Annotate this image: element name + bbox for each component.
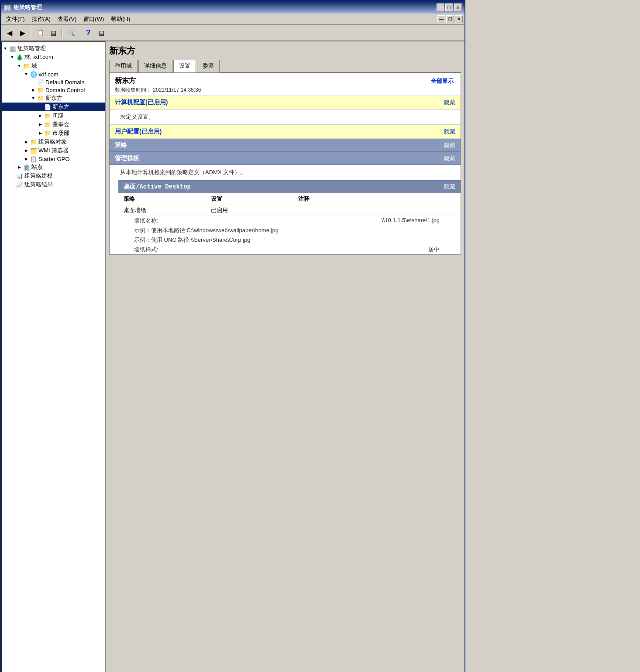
computer-config-hide[interactable]: 隐藏 xyxy=(444,99,455,106)
tree-item-starter-gpo[interactable]: ▶ 📋 Starter GPO xyxy=(2,155,105,163)
content-header: 新东方 数据收集时间： 2021/11/17 14:38:36 全部显示 xyxy=(110,73,461,96)
tree-label-wmi: WMI 筛选器 xyxy=(38,147,69,154)
tree-item-board[interactable]: ▶ 📁 董事会 xyxy=(2,120,105,129)
forward-button[interactable]: ▶ xyxy=(17,27,29,39)
menu-close-btn[interactable]: ✕ xyxy=(455,15,463,23)
tree-item-xdf[interactable]: ▼ 🌐 xdf.com xyxy=(2,70,105,78)
admin-templates-hide[interactable]: 隐藏 xyxy=(444,154,455,162)
expander-forest[interactable]: ▼ xyxy=(9,55,16,59)
user-config-hide[interactable]: 隐藏 xyxy=(444,128,455,136)
policy-detail-example-unc: 示例：使用 UNC 路径:\\Server\Share\Corp.jpg xyxy=(118,235,461,245)
tab-scope[interactable]: 作用域 xyxy=(109,60,138,72)
gpo-icon-default: 📄 xyxy=(37,79,45,86)
tree-item-market[interactable]: ▶ 📁 市场部 xyxy=(2,129,105,137)
policy-subsection-header: 策略 隐藏 xyxy=(110,139,461,152)
toolbar: ◀ ▶ 📋 ▦ 🔍 ? ▤ xyxy=(1,25,465,41)
menu-window[interactable]: 窗口(W) xyxy=(80,14,107,24)
tree-item-domain-control[interactable]: ▶ 📁 Domain Control xyxy=(2,86,105,94)
expander-xdf-folder[interactable]: ▼ xyxy=(30,96,37,100)
folder-button[interactable]: 📋 xyxy=(34,27,46,39)
modeling-icon: 📊 xyxy=(16,172,24,179)
window-title: 组策略管理 xyxy=(14,3,42,11)
tree-item-wmi[interactable]: ▶ 🗂️ WMI 筛选器 xyxy=(2,146,105,155)
expander-board[interactable]: ▶ xyxy=(37,122,44,127)
detail-label-3: 示例：使用 UNC 路径:\\Server\Share\Corp.jpg xyxy=(134,237,251,243)
table-row-detail-1: 墙纸名称: \\10.1.1.5\e\share\1.jpg xyxy=(118,216,461,226)
tree-item-xdf-folder[interactable]: ▼ 📁 新东方 xyxy=(2,94,105,103)
folder-gpo-icon-xdf: 📁 xyxy=(37,95,45,102)
tree-label-sites: 站点 xyxy=(31,163,43,171)
expander-gpo-objects[interactable]: ▶ xyxy=(23,140,30,144)
tab-detail[interactable]: 详细信息 xyxy=(138,60,172,72)
forest-icon: 🌲 xyxy=(16,54,24,61)
expander-domain-control[interactable]: ▶ xyxy=(30,88,37,92)
table-row-detail-3: 示例：使用 UNC 路径:\\Server\Share\Corp.jpg xyxy=(118,235,461,245)
show-all-link[interactable]: 全部显示 xyxy=(429,76,455,86)
title-bar-content: 🏢 组策略管理 xyxy=(3,3,42,11)
policy-subsection-hide[interactable]: 隐藏 xyxy=(444,141,455,149)
tree-label-domain-control: Domain Control xyxy=(45,87,85,93)
tree-label-forest: 林: xdf.com xyxy=(24,53,53,61)
folder-gpo-icon-dc: 📁 xyxy=(37,86,45,93)
options-button[interactable]: ▤ xyxy=(95,27,107,39)
title-bar-controls: — ❐ ✕ xyxy=(437,3,462,11)
back-button[interactable]: ◀ xyxy=(3,27,16,39)
minimize-button[interactable]: — xyxy=(437,3,444,11)
expander-it[interactable]: ▶ xyxy=(37,113,44,118)
tree-item-xdf-gpo[interactable]: 📄 新东方 xyxy=(2,103,105,111)
expander-market[interactable]: ▶ xyxy=(37,131,44,135)
col-policy: 策略 xyxy=(118,193,206,205)
gpo-icon-xdf: 📄 xyxy=(44,103,52,110)
menu-action[interactable]: 操作(A) xyxy=(28,14,54,24)
expander-domains[interactable]: ▼ xyxy=(16,64,23,68)
toolbar-sep-3 xyxy=(79,28,80,38)
tree-item-it[interactable]: ▶ 📁 IT部 xyxy=(2,111,105,120)
expander-wmi[interactable]: ▶ xyxy=(23,148,30,153)
menu-file[interactable]: 文件(F) xyxy=(3,14,28,24)
menu-minimize-btn[interactable]: — xyxy=(437,15,445,23)
main-container: ▼ 🏢 组策略管理 ▼ 🌲 林: xdf.com ▼ 📁 域 ▼ xyxy=(1,41,465,672)
tree-item-default-domain[interactable]: 📄 Default Domain xyxy=(2,78,105,86)
computer-config-text: 未定义设置。 xyxy=(120,113,154,120)
menu-view[interactable]: 查看(V) xyxy=(54,14,80,24)
tab-settings[interactable]: 设置 xyxy=(173,60,196,72)
close-button[interactable]: ✕ xyxy=(454,3,462,11)
restore-button[interactable]: ❐ xyxy=(445,3,453,11)
admin-templates-desc: 从本地计算机检索到的策略定义（ADMX 文件）。 xyxy=(110,165,461,180)
tree-item-modeling[interactable]: 📊 组策略建模 xyxy=(2,171,105,180)
expander-starter-gpo[interactable]: ▶ xyxy=(23,157,30,161)
tab-delegate[interactable]: 委派 xyxy=(197,60,220,72)
folder-icon-it: 📁 xyxy=(44,112,52,119)
tree-label-xdf-folder: 新东方 xyxy=(45,94,62,102)
tree-item-gpo-objects[interactable]: ▶ 📁 组策略对象 xyxy=(2,137,105,146)
desktop-subsection-hide[interactable]: 隐藏 xyxy=(444,183,455,191)
tree-item-root[interactable]: ▼ 🏢 组策略管理 xyxy=(2,44,105,53)
policy-detail-example-local: 示例：使用本地路径:C:\windows\web\wallpaper\home.… xyxy=(118,226,461,235)
col-setting: 设置 xyxy=(206,193,293,205)
tree-item-forest[interactable]: ▼ 🌲 林: xdf.com xyxy=(2,53,105,62)
tree-item-result[interactable]: 📈 组策略结果 xyxy=(2,180,105,189)
admin-templates-header: 管理模板 隐藏 xyxy=(110,152,461,165)
policy-name: 桌面墙纸 xyxy=(118,205,206,216)
tree-item-sites[interactable]: ▶ 🏛️ 站点 xyxy=(2,163,105,171)
tree-item-domains[interactable]: ▼ 📁 域 xyxy=(2,62,105,70)
menu-help[interactable]: 帮助(H) xyxy=(107,14,134,24)
help-button[interactable]: ? xyxy=(82,27,94,39)
menu-restore-btn[interactable]: ❐ xyxy=(446,15,454,23)
policy-subsection-title: 策略 xyxy=(115,141,127,149)
find-button[interactable]: 🔍 xyxy=(65,27,77,39)
expander-root[interactable]: ▼ xyxy=(2,46,9,51)
detail-label-2: 示例：使用本地路径:C:\windows\web\wallpaper\home.… xyxy=(134,227,279,233)
tree-panel: ▼ 🏢 组策略管理 ▼ 🌲 林: xdf.com ▼ 📁 域 ▼ xyxy=(1,41,106,672)
policy-table-container: 策略 设置 注释 桌面墙纸 已启用 xyxy=(118,193,461,254)
tree-label-gpo-objects: 组策略对象 xyxy=(38,138,67,146)
showhide-button[interactable]: ▦ xyxy=(47,27,59,39)
folder-icon-sites: 🏛️ xyxy=(23,164,31,171)
expander-xdf[interactable]: ▼ xyxy=(23,72,30,76)
folder-icon-starter: 📋 xyxy=(30,155,38,162)
domains-icon: 📁 xyxy=(23,62,31,69)
timestamp-value: 2021/11/17 14:38:36 xyxy=(153,87,201,93)
tree-label-market: 市场部 xyxy=(52,129,69,137)
expander-sites[interactable]: ▶ xyxy=(16,165,23,169)
right-panel: 新东方 作用域 详细信息 设置 委派 新东方 数据收集时间： xyxy=(106,41,465,672)
